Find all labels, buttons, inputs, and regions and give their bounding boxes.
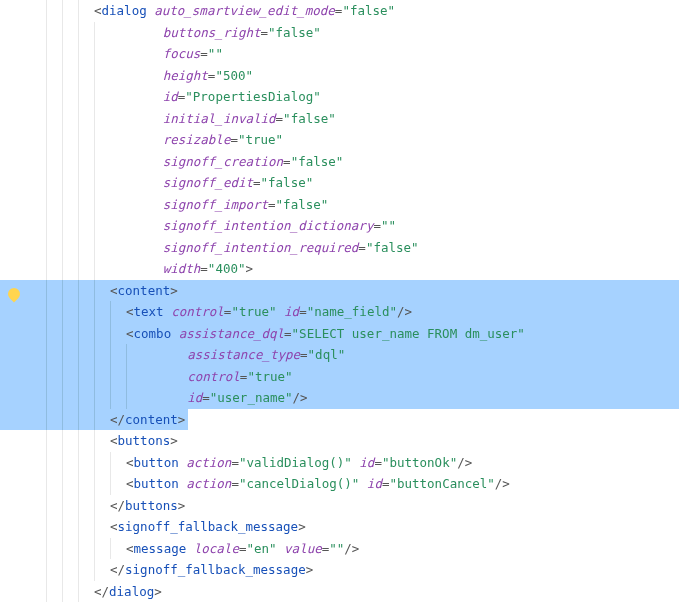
indent-guides: [46, 129, 110, 151]
code-line[interactable]: signoff_edit="false": [46, 172, 679, 194]
code-text: <combo assistance_dql="SELECT user_name …: [126, 323, 525, 345]
code-line[interactable]: <combo assistance_dql="SELECT user_name …: [46, 323, 679, 345]
code-text: assistance_type="dql": [142, 344, 345, 366]
indent-guides: [46, 538, 126, 560]
code-line[interactable]: <button action="validDialog()" id="butto…: [46, 452, 679, 474]
code-area[interactable]: <dialog auto_smartview_edit_mode="false"…: [46, 0, 679, 612]
code-line[interactable]: id="user_name"/>: [46, 387, 679, 409]
code-line[interactable]: buttons_right="false": [46, 22, 679, 44]
code-line[interactable]: <buttons>: [46, 430, 679, 452]
indent-guides: [46, 301, 126, 323]
indent-guides: [46, 65, 110, 87]
code-text: width="400">: [110, 258, 253, 280]
indent-guides: [46, 581, 94, 603]
code-line[interactable]: <dialog auto_smartview_edit_mode="false": [46, 0, 679, 22]
indent-guides: [46, 151, 110, 173]
code-text: </content>: [110, 409, 187, 431]
code-text: id="PropertiesDialog": [110, 86, 321, 108]
code-text: buttons_right="false": [110, 22, 321, 44]
code-text: signoff_edit="false": [110, 172, 313, 194]
code-line[interactable]: <content>: [46, 280, 679, 302]
code-text: <button action="cancelDialog()" id="butt…: [126, 473, 510, 495]
indent-guides: [46, 172, 110, 194]
code-line[interactable]: </buttons>: [46, 495, 679, 517]
code-line[interactable]: signoff_import="false": [46, 194, 679, 216]
code-text: focus="": [110, 43, 223, 65]
code-text: signoff_intention_dictionary="": [110, 215, 396, 237]
code-line[interactable]: assistance_type="dql": [46, 344, 679, 366]
indent-guides: [46, 43, 110, 65]
code-line[interactable]: initial_invalid="false": [46, 108, 679, 130]
code-text: signoff_intention_required="false": [110, 237, 419, 259]
code-text: signoff_import="false": [110, 194, 328, 216]
code-text: </buttons>: [110, 495, 185, 517]
code-line[interactable]: </signoff_fallback_message>: [46, 559, 679, 581]
code-line[interactable]: </content>: [46, 409, 679, 431]
indent-guides: [46, 280, 110, 302]
code-line[interactable]: resizable="true": [46, 129, 679, 151]
code-line[interactable]: <signoff_fallback_message>: [46, 516, 679, 538]
code-line[interactable]: <message locale="en" value=""/>: [46, 538, 679, 560]
code-line[interactable]: </dialog>: [46, 581, 679, 603]
indent-guides: [46, 0, 94, 22]
code-text: <signoff_fallback_message>: [110, 516, 306, 538]
indent-guides: [46, 387, 142, 409]
code-line[interactable]: signoff_creation="false": [46, 151, 679, 173]
code-line[interactable]: width="400">: [46, 258, 679, 280]
code-text: control="true": [142, 366, 293, 388]
code-text: <message locale="en" value=""/>: [126, 538, 359, 560]
indent-guides: [46, 108, 110, 130]
code-line[interactable]: id="PropertiesDialog": [46, 86, 679, 108]
code-line[interactable]: signoff_intention_required="false": [46, 237, 679, 259]
indent-guides: [46, 473, 126, 495]
lightbulb-icon[interactable]: [6, 286, 23, 303]
code-text: height="500": [110, 65, 253, 87]
fold-gutter[interactable]: [30, 0, 46, 612]
code-text: </dialog>: [94, 581, 162, 603]
code-line[interactable]: signoff_intention_dictionary="": [46, 215, 679, 237]
indent-guides: [46, 323, 126, 345]
indent-guides: [46, 237, 110, 259]
indent-guides: [46, 194, 110, 216]
code-text: <content>: [110, 280, 178, 302]
code-line[interactable]: focus="": [46, 43, 679, 65]
code-line[interactable]: <button action="cancelDialog()" id="butt…: [46, 473, 679, 495]
code-text: id="user_name"/>: [142, 387, 308, 409]
indent-guides: [46, 452, 126, 474]
code-text: <button action="validDialog()" id="butto…: [126, 452, 472, 474]
indent-guides: [46, 22, 110, 44]
indent-guides: [46, 215, 110, 237]
indent-guides: [46, 495, 110, 517]
code-text: resizable="true": [110, 129, 283, 151]
indent-guides: [46, 559, 110, 581]
indent-guides: [46, 344, 142, 366]
indent-guides: [46, 516, 110, 538]
code-line[interactable]: <text control="true" id="name_field"/>: [46, 301, 679, 323]
code-text: initial_invalid="false": [110, 108, 336, 130]
code-line[interactable]: control="true": [46, 366, 679, 388]
indent-guides: [46, 366, 142, 388]
code-line[interactable]: height="500": [46, 65, 679, 87]
gutter-annotations: [0, 0, 30, 612]
code-text: <dialog auto_smartview_edit_mode="false": [94, 0, 395, 22]
indent-guides: [46, 430, 110, 452]
code-text: <text control="true" id="name_field"/>: [126, 301, 412, 323]
indent-guides: [46, 258, 110, 280]
code-text: <buttons>: [110, 430, 178, 452]
indent-guides: [46, 409, 110, 431]
indent-guides: [46, 86, 110, 108]
code-editor[interactable]: <dialog auto_smartview_edit_mode="false"…: [0, 0, 679, 612]
code-text: </signoff_fallback_message>: [110, 559, 313, 581]
code-text: signoff_creation="false": [110, 151, 343, 173]
